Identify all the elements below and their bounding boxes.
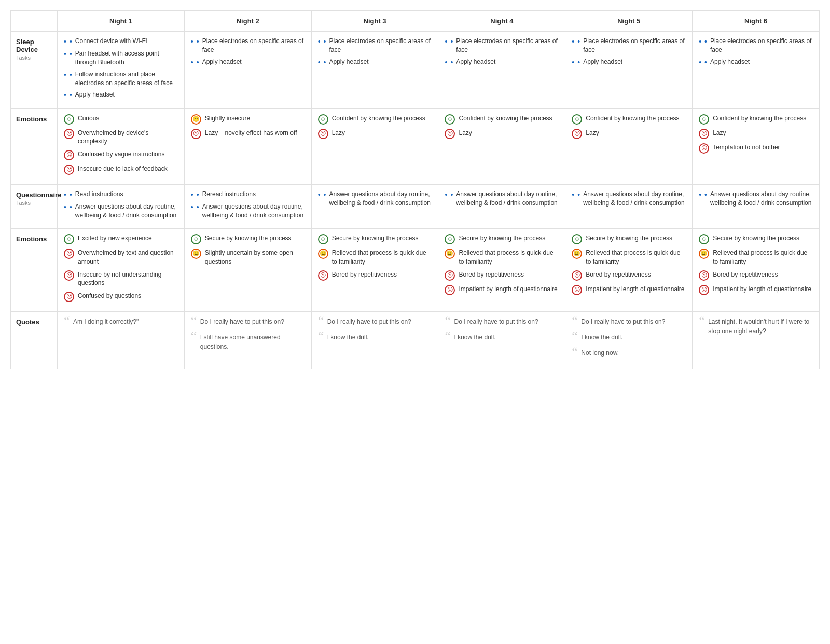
- quote-mark-icon: “: [445, 314, 451, 327]
- task-item: •Answer questions about day routine, wel…: [318, 190, 432, 208]
- emotion-item: ☹Impatient by length of questionnaire: [699, 285, 813, 295]
- emotion-text: Impatient by length of questionnaire: [459, 285, 557, 294]
- emotion-text: Impatient by length of questionnaire: [586, 285, 684, 294]
- row-header-questionnaire-emotions: Emotions: [11, 228, 58, 311]
- task-text: Apply headset: [202, 58, 242, 66]
- quote-section-night2: “Do I really have to put this on?“I stil…: [191, 317, 305, 351]
- emotion-text: Bored by repetitiveness: [586, 270, 651, 279]
- cell-sleep-device-emotions-night6: ☺Confident by knowing the process☹Lazy☹T…: [693, 108, 820, 185]
- emotion-item: ☺Secure by knowing the process: [191, 234, 305, 244]
- emotion-item: ☺Secure by knowing the process: [318, 234, 432, 244]
- task-item: •Place electrodes on specific areas of f…: [572, 37, 686, 54]
- quote-text: Do I really have to put this on?: [454, 318, 538, 325]
- positive-emotion-icon: ☺: [699, 114, 709, 125]
- emotion-list-sleep-device-emotions-night2: 😐Slightly insecure☹Lazy – novelty effect…: [191, 114, 305, 139]
- task-item: •Answer questions about day routine, wel…: [699, 190, 813, 208]
- quote-mark-icon: “: [318, 314, 324, 327]
- quote-block: “Not long now.: [572, 348, 686, 358]
- row-header-title-questionnaire: Questionnaire: [16, 191, 52, 199]
- row-header-questionnaire: QuestionnaireTasks: [11, 185, 58, 229]
- row-header-subtitle-questionnaire: Tasks: [16, 200, 52, 206]
- quote-block: “I know the drill.: [572, 333, 686, 342]
- quote-block: “Do I really have to put this on?: [191, 317, 305, 326]
- quote-block: “Do I really have to put this on?: [318, 317, 432, 326]
- bullet-icon: •: [197, 190, 199, 199]
- cell-sleep-device-night3: •Place electrodes on specific areas of f…: [311, 32, 438, 109]
- bullet-icon: •: [324, 37, 326, 46]
- emotion-list-questionnaire-emotions-night3: ☺Secure by knowing the process😐Relieved …: [318, 234, 432, 281]
- task-text: Place electrodes on specific areas of fa…: [710, 37, 813, 54]
- bullet-icon: •: [70, 190, 72, 199]
- task-text: Answer questions about day routine, well…: [710, 190, 813, 208]
- task-item: •Place electrodes on specific areas of f…: [445, 37, 559, 54]
- task-text: Answer questions about day routine, well…: [456, 190, 559, 208]
- cell-sleep-device-emotions-night3: ☺Confident by knowing the process☹Lazy: [311, 108, 438, 185]
- col-header-night3: Night 3: [311, 11, 438, 32]
- task-text: Pair headset with access point through B…: [75, 49, 178, 67]
- cell-questionnaire-night3: •Answer questions about day routine, wel…: [311, 185, 438, 229]
- task-list-questionnaire-night6: •Answer questions about day routine, wel…: [699, 190, 813, 208]
- row-header-title-sleep-device: Sleep Device: [16, 38, 52, 53]
- quote-mark-icon: “: [699, 314, 705, 327]
- cell-quotes-night5: “Do I really have to put this on?“I know…: [565, 312, 693, 369]
- emotion-item: ☹Overwhelmed by device's complexity: [64, 129, 178, 146]
- quote-mark-icon: “: [318, 330, 324, 343]
- col-header-night6: Night 6: [693, 11, 820, 32]
- cell-questionnaire-night6: •Answer questions about day routine, wel…: [693, 185, 820, 229]
- emotion-item: ☺Confident by knowing the process: [318, 114, 432, 125]
- task-item: •Answer questions about day routine, wel…: [191, 202, 305, 220]
- cell-sleep-device-night5: •Place electrodes on specific areas of f…: [565, 32, 693, 109]
- emotion-item: ☺Secure by knowing the process: [699, 234, 813, 244]
- emotion-item: ☺Confident by knowing the process: [445, 114, 559, 125]
- emotion-item: 😐Relieved that process is quick due to f…: [318, 249, 432, 266]
- quote-text: Last night. It wouldn't hurt if I were t…: [708, 318, 809, 335]
- emotion-item: ☹Impatient by length of questionnaire: [572, 285, 686, 295]
- cell-sleep-device-emotions-night2: 😐Slightly insecure☹Lazy – novelty effect…: [184, 108, 311, 185]
- task-text: Answer questions about day routine, well…: [202, 202, 305, 220]
- negative-emotion-icon: ☹: [572, 285, 582, 295]
- cell-questionnaire-night2: •Reread instructions•Answer questions ab…: [184, 185, 311, 229]
- negative-emotion-icon: ☹: [445, 129, 455, 139]
- quote-text: Am I doing it correctly?": [73, 318, 139, 325]
- cell-questionnaire-emotions-night6: ☺Secure by knowing the process😐Relieved …: [693, 228, 820, 311]
- positive-emotion-icon: ☺: [699, 234, 709, 244]
- emotion-text: Secure by knowing the process: [459, 234, 545, 243]
- emotion-item: ☹Confused by questions: [64, 292, 178, 302]
- positive-emotion-icon: ☺: [445, 114, 455, 125]
- col-header-night1: Night 1: [58, 11, 185, 32]
- task-item: •Place electrodes on specific areas of f…: [318, 37, 432, 54]
- bullet-icon: •: [70, 90, 72, 100]
- cell-sleep-device-emotions-night1: ☺Curious☹Overwhelmed by device's complex…: [58, 108, 185, 185]
- emotion-text: Slightly uncertain by some open question…: [205, 249, 305, 266]
- row-header-quotes: Quotes: [11, 312, 58, 369]
- quote-text: Do I really have to put this on?: [581, 318, 665, 325]
- task-item: •Place electrodes on specific areas of f…: [191, 37, 305, 54]
- task-text: Reread instructions: [202, 190, 256, 199]
- emotion-item: ☹Insecure by not understanding questions: [64, 270, 178, 288]
- emotion-text: Bored by repetitiveness: [713, 270, 778, 279]
- task-text: Follow instructions and place electrodes…: [75, 70, 178, 88]
- cell-questionnaire-emotions-night3: ☺Secure by knowing the process😐Relieved …: [311, 228, 438, 311]
- quote-block: “I know the drill.: [318, 333, 432, 342]
- negative-emotion-icon: ☹: [699, 129, 709, 139]
- bullet-icon: •: [70, 37, 72, 46]
- emotion-item: 😐Relieved that process is quick due to f…: [445, 249, 559, 266]
- quote-block: “I still have some unanswered questions.: [191, 333, 305, 351]
- emotion-text: Overwhelmed by text and question amount: [78, 249, 178, 266]
- task-item: •Reread instructions: [191, 190, 305, 199]
- neutral-emotion-icon: 😐: [445, 249, 455, 259]
- emotion-item: ☹Confused by vague instructions: [64, 150, 178, 160]
- row-header-title-sleep-device-emotions: Emotions: [16, 115, 52, 123]
- task-text: Answer questions about day routine, well…: [329, 190, 432, 208]
- bullet-icon: •: [577, 37, 580, 46]
- bullet-icon: •: [450, 37, 453, 46]
- negative-emotion-icon: ☹: [699, 143, 709, 154]
- emotion-item: ☹Impatient by length of questionnaire: [445, 285, 559, 295]
- positive-emotion-icon: ☺: [64, 114, 74, 125]
- task-text: Answer questions about day routine, well…: [75, 202, 178, 220]
- task-item: •Follow instructions and place electrode…: [64, 70, 178, 88]
- quote-text: I know the drill.: [454, 334, 495, 341]
- negative-emotion-icon: ☹: [572, 129, 582, 139]
- task-list-questionnaire-night1: •Read instructions•Answer questions abou…: [64, 190, 178, 220]
- bullet-icon: •: [704, 37, 707, 46]
